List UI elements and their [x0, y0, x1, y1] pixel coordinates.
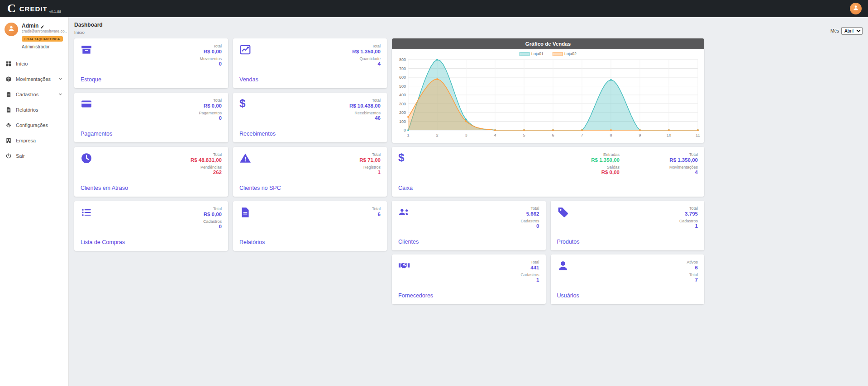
sidebar-item-empresa[interactable]: Empresa: [0, 133, 68, 148]
sidebar-item-label: Sair: [16, 153, 25, 159]
stat-value: 0: [203, 224, 222, 230]
stat-label: Total: [200, 44, 222, 49]
store-badge: LOJA TAQUARITINGA: [22, 36, 63, 42]
legend-item-loja01[interactable]: Loja01: [520, 52, 544, 56]
stat-value: R$ 0,00: [199, 103, 222, 109]
edit-profile-icon[interactable]: [40, 24, 44, 28]
user-avatar[interactable]: [850, 3, 862, 14]
card-clientes-no-spc[interactable]: Clientes no SPC Total R$ 71,00 Registros…: [233, 147, 387, 197]
svg-text:8: 8: [610, 133, 612, 137]
stat-label: Recebimentos: [349, 111, 381, 116]
card-vendas[interactable]: Vendas Total R$ 1.350,00 Quantidade 4: [233, 38, 387, 88]
legend-item-loja02[interactable]: Loja02: [553, 52, 577, 56]
card-title: Fornecedores: [398, 292, 433, 299]
stat-value: 1: [679, 223, 698, 230]
list-icon: [81, 207, 125, 218]
dollar-icon: $: [398, 152, 413, 163]
card-lista-de-compras[interactable]: Lista de Compras Total R$ 0,00 Cadastros…: [74, 201, 228, 251]
stat-label: Total: [359, 152, 381, 157]
document-icon: [5, 107, 12, 113]
chevron-down-icon: [58, 92, 63, 97]
svg-text:100: 100: [399, 119, 406, 124]
app-version: v0.1.88: [49, 9, 61, 17]
sidebar-item-relatorios[interactable]: Relatórios: [0, 102, 68, 118]
handshake-icon: [398, 260, 433, 272]
stat-label: Total: [191, 152, 222, 157]
warning-triangle-icon: [239, 152, 281, 164]
card-title: Clientes: [398, 239, 419, 245]
card-clientes-em-atraso[interactable]: Clientes em Atraso Total R$ 48.831,00 Pe…: [74, 147, 228, 197]
sidebar-item-inicio[interactable]: Início: [0, 56, 68, 71]
svg-text:2: 2: [436, 133, 438, 137]
sidebar-item-configuracoes[interactable]: Configurações: [0, 118, 68, 133]
card-caixa[interactable]: $ Caixa Entradas R$ 1.350,00 Saídas R$ 0…: [392, 147, 704, 197]
profile-email: credit@anronsoftware.co...: [22, 29, 67, 33]
card-title: Estoque: [81, 76, 101, 83]
grid-icon: [5, 61, 12, 67]
sidebar-item-label: Movimentações: [16, 76, 51, 82]
card-produtos[interactable]: Produtos Total 3.795 Cadastros 1: [551, 201, 705, 250]
card-recebimentos[interactable]: $ Recebimentos Total R$ 10.438,00 Recebi…: [233, 93, 387, 142]
stat-value: 0: [200, 61, 222, 67]
svg-text:9: 9: [639, 133, 641, 137]
svg-text:10: 10: [667, 133, 671, 137]
stat-label: Total: [372, 207, 381, 212]
card-title: Usuários: [557, 292, 579, 299]
card-title: Clientes em Atraso: [81, 185, 128, 191]
stat-label: Entradas: [591, 152, 620, 157]
profile-section: Admin credit@anronsoftware.co... LOJA TA…: [0, 17, 68, 54]
tag-icon: [557, 206, 580, 218]
dollar-icon: $: [239, 98, 276, 109]
stat-label: Saídas: [591, 165, 620, 170]
svg-text:5: 5: [523, 133, 525, 137]
month-select[interactable]: Abril: [841, 27, 863, 35]
stat-label: Total: [349, 98, 381, 103]
svg-text:3: 3: [465, 133, 467, 137]
stat-value: 7: [687, 277, 698, 283]
box-icon: [5, 76, 12, 82]
sidebar-item-sair[interactable]: Sair: [0, 148, 68, 164]
stat-label: Cadastros: [520, 273, 539, 278]
profile-avatar[interactable]: [5, 23, 18, 36]
stat-value: R$ 71,00: [359, 157, 381, 164]
svg-text:800: 800: [399, 57, 406, 62]
sidebar-item-label: Início: [16, 61, 28, 66]
sidebar-item-label: Cadastros: [16, 92, 38, 97]
legend-label: Loja02: [564, 52, 577, 56]
stat-value: 441: [520, 265, 539, 271]
clock-icon: [81, 152, 128, 164]
svg-text:500: 500: [399, 84, 406, 89]
svg-text:7: 7: [581, 133, 583, 137]
legend-label: Loja01: [531, 52, 544, 56]
power-icon: [5, 153, 12, 159]
svg-text:600: 600: [399, 75, 406, 80]
svg-text:11: 11: [696, 133, 700, 137]
stat-value: 5.662: [520, 211, 539, 217]
svg-text:0: 0: [404, 128, 406, 132]
building-icon: [5, 137, 12, 144]
breadcrumb: Início: [74, 30, 103, 35]
sidebar-item-label: Empresa: [16, 138, 36, 143]
card-estoque[interactable]: Estoque Total R$ 0,00 Movimentos 0: [74, 38, 228, 88]
app-header: C CREDIT v0.1.88: [0, 0, 868, 17]
card-title: Recebimentos: [239, 131, 276, 137]
card-clientes[interactable]: Clientes Total 5.662 Cadastros 0: [392, 201, 546, 250]
sidebar-item-movimentacoes[interactable]: Movimentações: [0, 71, 68, 87]
legend-swatch: [553, 52, 563, 56]
stat-value: R$ 0,00: [203, 212, 222, 218]
card-fornecedores[interactable]: Fornecedores Total 441 Cadastros 1: [392, 254, 546, 304]
svg-text:400: 400: [399, 93, 406, 97]
sidebar-item-cadastros[interactable]: Cadastros: [0, 87, 68, 102]
month-label: Mês: [830, 28, 839, 33]
card-pagamentos[interactable]: Pagamentos Total R$ 0,00 Pagamentos 0: [74, 93, 228, 142]
chart-legend: Loja01 Loja02: [392, 49, 704, 56]
stat-label: Pendências: [191, 165, 222, 170]
archive-box-icon: [81, 44, 101, 56]
stat-label: Total: [520, 260, 539, 265]
stat-value: 1: [359, 169, 381, 176]
card-usuarios[interactable]: Usuários Ativos 6 Total 7: [551, 254, 705, 304]
card-relatorios[interactable]: Relatórios Total 6: [233, 201, 387, 251]
stat-label: Registros: [359, 165, 381, 170]
stat-label: Movimentos: [200, 56, 222, 61]
stat-label: Total: [679, 206, 698, 211]
